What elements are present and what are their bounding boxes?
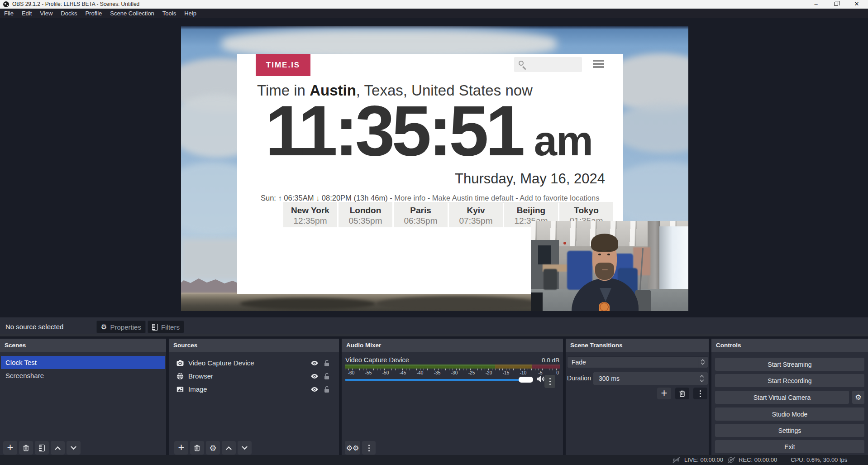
move-source-up-button[interactable]: [222, 441, 236, 455]
properties-button[interactable]: ⚙Properties: [96, 321, 146, 333]
search-input[interactable]: [514, 57, 582, 72]
volume-meter-yellow: [495, 364, 532, 369]
volume-slider-handle[interactable]: [519, 377, 533, 383]
eye-icon[interactable]: [311, 386, 318, 393]
transitions-toolbar: +: [657, 388, 707, 399]
menu-help[interactable]: Help: [180, 9, 200, 18]
spin-down-icon[interactable]: [700, 378, 704, 382]
move-source-down-button[interactable]: [238, 441, 252, 455]
person-eyebrow: [606, 250, 611, 251]
more-info-link[interactable]: More info: [394, 194, 425, 202]
source-item-video-capture[interactable]: Video Capture Device: [169, 356, 339, 369]
desert-dune: [376, 296, 539, 311]
scene-filters-button[interactable]: [35, 441, 49, 455]
source-properties-button[interactable]: ⚙: [206, 441, 220, 455]
world-clock-kyiv[interactable]: Kyiv07:35pm: [449, 202, 503, 227]
make-default-link[interactable]: Make Austin time default: [432, 194, 514, 202]
remove-scene-button[interactable]: [19, 441, 33, 455]
trash-icon: [194, 444, 200, 451]
webcam-overlay: [531, 221, 688, 311]
start-streaming-button[interactable]: Start Streaming: [715, 358, 864, 371]
filters-button[interactable]: Filters: [148, 321, 184, 333]
virtual-camera-settings-button[interactable]: ⚙: [852, 391, 864, 404]
speaker-icon[interactable]: [536, 375, 545, 383]
timeis-logo[interactable]: TIME.IS: [256, 54, 310, 76]
move-scene-up-button[interactable]: [51, 441, 65, 455]
person-eye: [607, 254, 610, 255]
scene-item-screenshare[interactable]: Screenshare: [1, 369, 165, 382]
add-transition-button[interactable]: +: [657, 388, 671, 399]
select-arrows: [698, 357, 708, 368]
transition-properties-button[interactable]: [693, 388, 707, 399]
filter-icon: [152, 324, 158, 331]
start-recording-button[interactable]: Start Recording: [715, 374, 864, 387]
gear-icon: ⚙: [855, 393, 861, 402]
transitions-dock-title: Scene Transitions: [566, 339, 709, 352]
gears-icon: ⚙⚙: [346, 444, 359, 452]
exit-button[interactable]: Exit: [715, 440, 864, 453]
menu-tools[interactable]: Tools: [158, 9, 180, 18]
advanced-audio-button[interactable]: ⚙⚙: [345, 441, 360, 455]
person-shirt-logo: [599, 302, 610, 311]
eye-icon[interactable]: [311, 360, 318, 367]
title-bar: OBS 29.1.2 - Profile: LLHLS BETA - Scene…: [0, 0, 868, 9]
move-scene-down-button[interactable]: [67, 441, 81, 455]
desert-dune: [240, 298, 376, 310]
mixer-dock-title: Audio Mixer: [342, 339, 563, 352]
menu-profile[interactable]: Profile: [81, 9, 106, 18]
menu-edit[interactable]: Edit: [18, 9, 36, 18]
duration-input[interactable]: 300 ms: [593, 372, 708, 385]
meter-scale: -60-55-50-45-40-35-30-25-20-15-10-50: [345, 370, 564, 376]
add-source-button[interactable]: +: [174, 441, 188, 455]
remove-source-button[interactable]: [190, 441, 204, 455]
controls-dock: Controls Start Streaming Start Recording…: [711, 339, 868, 455]
rec-status-icon: [728, 457, 734, 463]
volume-slider[interactable]: [345, 379, 529, 381]
minimize-button[interactable]: –: [808, 0, 824, 9]
haze: [181, 239, 244, 280]
eye-icon[interactable]: [311, 373, 318, 380]
lock-icon[interactable]: [324, 360, 330, 367]
person-eye: [598, 254, 601, 255]
remove-transition-button[interactable]: [675, 388, 689, 399]
person-beard: [595, 263, 614, 280]
menu-docks[interactable]: Docks: [57, 9, 81, 18]
source-item-browser[interactable]: Browser: [169, 369, 339, 383]
add-scene-button[interactable]: +: [3, 441, 17, 455]
filter-icon: [39, 445, 45, 451]
start-virtual-camera-button[interactable]: Start Virtual Camera: [715, 391, 849, 404]
menu-view[interactable]: View: [36, 9, 57, 18]
cpu-stats: CPU: 0.6%, 30.00 fps: [791, 456, 847, 463]
menu-scene-collection[interactable]: Scene Collection: [106, 9, 158, 18]
mixer-channel-menu-button[interactable]: [544, 375, 555, 388]
world-clock-london[interactable]: London05:35pm: [339, 202, 392, 227]
mixer-menu-button[interactable]: [362, 441, 376, 455]
restore-icon: [834, 2, 838, 6]
settings-button[interactable]: Settings: [715, 424, 864, 437]
image-icon: [176, 386, 184, 393]
favorite-link[interactable]: Add to favorite locations: [520, 194, 599, 202]
transition-select[interactable]: Fade: [567, 356, 708, 368]
source-item-image[interactable]: Image: [169, 383, 339, 396]
person-hair: [591, 234, 618, 252]
mixer-db-value: 0.0 dB: [542, 357, 559, 364]
main-area: TIME.IS Time in Austin, Texas, United St…: [0, 18, 868, 317]
lock-icon[interactable]: [324, 373, 330, 380]
camera-icon: [176, 360, 184, 367]
duration-label: Duration: [567, 374, 591, 382]
person-mouth: [602, 269, 608, 270]
scenes-dock: Scenes Clock Test Screenshare +: [0, 339, 166, 455]
world-clock-paris[interactable]: Paris06:35pm: [394, 202, 448, 227]
menu-file[interactable]: File: [0, 9, 18, 18]
studio-mode-button[interactable]: Studio Mode: [715, 407, 864, 421]
world-clock-newyork[interactable]: New York12:35pm: [283, 202, 337, 227]
audio-mixer-dock: Audio Mixer Video Capture Device 0.0 dB …: [342, 339, 563, 455]
live-time: LIVE: 00:00:00: [684, 456, 723, 463]
rec-time: REC: 00:00:00: [739, 456, 777, 463]
window-title: OBS 29.1.2 - Profile: LLHLS BETA - Scene…: [12, 1, 139, 7]
maximize-button[interactable]: [828, 0, 844, 9]
lock-icon[interactable]: [324, 386, 330, 393]
close-button[interactable]: ✕: [849, 0, 864, 9]
scene-item-clock-test[interactable]: Clock Test: [1, 356, 165, 369]
hamburger-menu-icon[interactable]: [593, 60, 604, 69]
